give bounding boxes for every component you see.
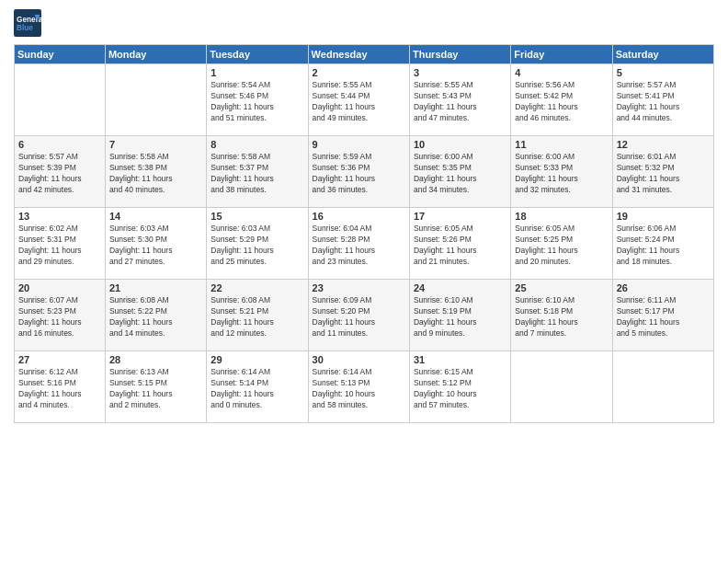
logo-icon: General Blue bbox=[14, 9, 41, 37]
day-cell: 8Sunrise: 5:58 AM Sunset: 5:37 PM Daylig… bbox=[207, 136, 308, 208]
day-cell: 15Sunrise: 6:03 AM Sunset: 5:29 PM Dayli… bbox=[207, 208, 308, 280]
day-number: 28 bbox=[109, 354, 202, 365]
day-cell: 26Sunrise: 6:11 AM Sunset: 5:17 PM Dayli… bbox=[612, 280, 713, 351]
day-number: 4 bbox=[515, 67, 608, 78]
day-cell: 30Sunrise: 6:14 AM Sunset: 5:13 PM Dayli… bbox=[308, 351, 409, 423]
logo: General Blue bbox=[14, 9, 41, 37]
day-cell: 3Sunrise: 5:55 AM Sunset: 5:43 PM Daylig… bbox=[409, 64, 510, 136]
weekday-header-saturday: Saturday bbox=[612, 45, 713, 64]
day-cell: 11Sunrise: 6:00 AM Sunset: 5:33 PM Dayli… bbox=[511, 136, 612, 208]
day-cell bbox=[511, 351, 612, 423]
day-cell: 24Sunrise: 6:10 AM Sunset: 5:19 PM Dayli… bbox=[409, 280, 510, 351]
day-cell: 27Sunrise: 6:12 AM Sunset: 5:16 PM Dayli… bbox=[15, 351, 106, 423]
week-row-1: 1Sunrise: 5:54 AM Sunset: 5:46 PM Daylig… bbox=[15, 64, 714, 136]
day-number: 14 bbox=[109, 211, 202, 222]
day-number: 22 bbox=[210, 282, 303, 293]
day-info: Sunrise: 6:08 AM Sunset: 5:22 PM Dayligh… bbox=[109, 295, 202, 339]
calendar-table: SundayMondayTuesdayWednesdayThursdayFrid… bbox=[14, 44, 714, 423]
day-info: Sunrise: 6:06 AM Sunset: 5:24 PM Dayligh… bbox=[617, 224, 710, 268]
day-number: 16 bbox=[313, 211, 405, 222]
day-info: Sunrise: 5:55 AM Sunset: 5:44 PM Dayligh… bbox=[313, 80, 405, 124]
day-number: 24 bbox=[414, 282, 506, 293]
day-number: 20 bbox=[18, 282, 101, 293]
day-cell bbox=[105, 64, 206, 136]
day-number: 11 bbox=[515, 139, 608, 150]
weekday-header-row: SundayMondayTuesdayWednesdayThursdayFrid… bbox=[15, 45, 714, 64]
day-info: Sunrise: 5:54 AM Sunset: 5:46 PM Dayligh… bbox=[210, 80, 303, 124]
day-number: 21 bbox=[109, 282, 202, 293]
day-info: Sunrise: 5:55 AM Sunset: 5:43 PM Dayligh… bbox=[414, 80, 506, 124]
week-row-2: 6Sunrise: 5:57 AM Sunset: 5:39 PM Daylig… bbox=[15, 136, 714, 208]
day-cell: 12Sunrise: 6:01 AM Sunset: 5:32 PM Dayli… bbox=[612, 136, 713, 208]
day-cell: 25Sunrise: 6:10 AM Sunset: 5:18 PM Dayli… bbox=[511, 280, 612, 351]
day-cell: 23Sunrise: 6:09 AM Sunset: 5:20 PM Dayli… bbox=[308, 280, 409, 351]
day-cell: 19Sunrise: 6:06 AM Sunset: 5:24 PM Dayli… bbox=[612, 208, 713, 280]
day-cell: 22Sunrise: 6:08 AM Sunset: 5:21 PM Dayli… bbox=[207, 280, 308, 351]
day-cell: 20Sunrise: 6:07 AM Sunset: 5:23 PM Dayli… bbox=[15, 280, 106, 351]
day-number: 10 bbox=[414, 139, 506, 150]
day-info: Sunrise: 6:11 AM Sunset: 5:17 PM Dayligh… bbox=[617, 295, 710, 339]
day-number: 5 bbox=[617, 67, 710, 78]
day-info: Sunrise: 6:13 AM Sunset: 5:15 PM Dayligh… bbox=[109, 367, 202, 411]
weekday-header-wednesday: Wednesday bbox=[308, 45, 409, 64]
day-number: 9 bbox=[313, 139, 405, 150]
day-info: Sunrise: 6:12 AM Sunset: 5:16 PM Dayligh… bbox=[18, 367, 101, 411]
weekday-header-friday: Friday bbox=[511, 45, 612, 64]
week-row-4: 20Sunrise: 6:07 AM Sunset: 5:23 PM Dayli… bbox=[15, 280, 714, 351]
day-number: 13 bbox=[18, 211, 101, 222]
day-cell: 4Sunrise: 5:56 AM Sunset: 5:42 PM Daylig… bbox=[511, 64, 612, 136]
day-info: Sunrise: 5:58 AM Sunset: 5:37 PM Dayligh… bbox=[210, 152, 303, 196]
day-cell: 5Sunrise: 5:57 AM Sunset: 5:41 PM Daylig… bbox=[612, 64, 713, 136]
day-number: 2 bbox=[313, 67, 405, 78]
day-number: 29 bbox=[210, 354, 303, 365]
day-info: Sunrise: 6:07 AM Sunset: 5:23 PM Dayligh… bbox=[18, 295, 101, 339]
day-info: Sunrise: 5:58 AM Sunset: 5:38 PM Dayligh… bbox=[109, 152, 202, 196]
day-cell: 29Sunrise: 6:14 AM Sunset: 5:14 PM Dayli… bbox=[207, 351, 308, 423]
calendar-body: 1Sunrise: 5:54 AM Sunset: 5:46 PM Daylig… bbox=[15, 64, 714, 423]
day-number: 26 bbox=[617, 282, 710, 293]
weekday-header-monday: Monday bbox=[105, 45, 206, 64]
day-number: 25 bbox=[515, 282, 608, 293]
day-info: Sunrise: 6:05 AM Sunset: 5:25 PM Dayligh… bbox=[515, 224, 608, 268]
day-number: 31 bbox=[414, 354, 506, 365]
calendar-page: General Blue SundayMondayTuesdayWednesda… bbox=[0, 0, 728, 563]
day-info: Sunrise: 6:01 AM Sunset: 5:32 PM Dayligh… bbox=[617, 152, 710, 196]
header: General Blue bbox=[14, 9, 714, 37]
weekday-header-thursday: Thursday bbox=[409, 45, 510, 64]
day-cell: 7Sunrise: 5:58 AM Sunset: 5:38 PM Daylig… bbox=[105, 136, 206, 208]
day-number: 15 bbox=[210, 211, 303, 222]
day-info: Sunrise: 5:56 AM Sunset: 5:42 PM Dayligh… bbox=[515, 80, 608, 124]
day-info: Sunrise: 6:10 AM Sunset: 5:19 PM Dayligh… bbox=[414, 295, 506, 339]
day-number: 7 bbox=[109, 139, 202, 150]
day-info: Sunrise: 6:00 AM Sunset: 5:35 PM Dayligh… bbox=[414, 152, 506, 196]
svg-text:Blue: Blue bbox=[17, 24, 33, 32]
day-number: 27 bbox=[18, 354, 101, 365]
weekday-header-tuesday: Tuesday bbox=[207, 45, 308, 64]
day-number: 23 bbox=[313, 282, 405, 293]
day-number: 8 bbox=[210, 139, 303, 150]
day-info: Sunrise: 6:08 AM Sunset: 5:21 PM Dayligh… bbox=[210, 295, 303, 339]
day-info: Sunrise: 6:10 AM Sunset: 5:18 PM Dayligh… bbox=[515, 295, 608, 339]
day-number: 6 bbox=[18, 139, 101, 150]
day-cell: 18Sunrise: 6:05 AM Sunset: 5:25 PM Dayli… bbox=[511, 208, 612, 280]
week-row-3: 13Sunrise: 6:02 AM Sunset: 5:31 PM Dayli… bbox=[15, 208, 714, 280]
day-cell: 31Sunrise: 6:15 AM Sunset: 5:12 PM Dayli… bbox=[409, 351, 510, 423]
day-info: Sunrise: 6:05 AM Sunset: 5:26 PM Dayligh… bbox=[414, 224, 506, 268]
day-cell: 9Sunrise: 5:59 AM Sunset: 5:36 PM Daylig… bbox=[308, 136, 409, 208]
day-cell: 16Sunrise: 6:04 AM Sunset: 5:28 PM Dayli… bbox=[308, 208, 409, 280]
day-info: Sunrise: 5:57 AM Sunset: 5:39 PM Dayligh… bbox=[18, 152, 101, 196]
day-info: Sunrise: 6:15 AM Sunset: 5:12 PM Dayligh… bbox=[414, 367, 506, 411]
day-cell: 21Sunrise: 6:08 AM Sunset: 5:22 PM Dayli… bbox=[105, 280, 206, 351]
day-number: 30 bbox=[313, 354, 405, 365]
day-info: Sunrise: 6:14 AM Sunset: 5:14 PM Dayligh… bbox=[210, 367, 303, 411]
day-info: Sunrise: 6:02 AM Sunset: 5:31 PM Dayligh… bbox=[18, 224, 101, 268]
day-number: 12 bbox=[617, 139, 710, 150]
day-info: Sunrise: 5:59 AM Sunset: 5:36 PM Dayligh… bbox=[313, 152, 405, 196]
day-number: 18 bbox=[515, 211, 608, 222]
day-number: 17 bbox=[414, 211, 506, 222]
week-row-5: 27Sunrise: 6:12 AM Sunset: 5:16 PM Dayli… bbox=[15, 351, 714, 423]
day-number: 1 bbox=[210, 67, 303, 78]
day-info: Sunrise: 6:14 AM Sunset: 5:13 PM Dayligh… bbox=[313, 367, 405, 411]
day-cell: 10Sunrise: 6:00 AM Sunset: 5:35 PM Dayli… bbox=[409, 136, 510, 208]
day-number: 19 bbox=[617, 211, 710, 222]
